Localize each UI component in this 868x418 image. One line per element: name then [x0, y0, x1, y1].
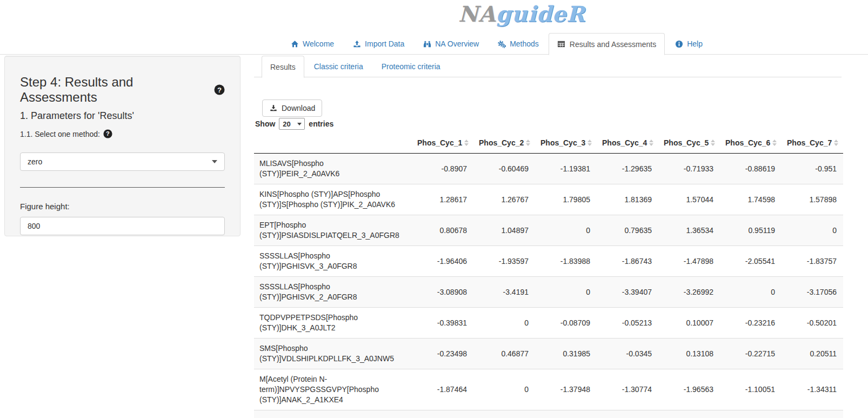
results-table-body: MLISAVS[Phospho (STY)]PEIR_2_A0AVK6-0.89… [254, 154, 843, 418]
row-value: -1.34311 [782, 369, 843, 410]
figure-height-input[interactable] [20, 217, 225, 235]
subtab-label: Results [270, 63, 296, 71]
column-header-phos-cyc-1[interactable]: Phos_Cyc_1 [412, 133, 473, 154]
main-nav-list: WelcomeImport DataNA OverviewMethodsResu… [282, 33, 712, 55]
column-header-phos-cyc-3[interactable]: Phos_Cyc_3 [535, 133, 597, 154]
step-title-text: Step 4: Results and Assessments [20, 75, 209, 105]
row-value: -0.08709 [535, 308, 597, 339]
column-header-phos-cyc-2[interactable]: Phos_Cyc_2 [473, 133, 535, 154]
row-value: -0.05213 [597, 308, 658, 339]
subtab-label: Proteomic criteria [382, 62, 440, 71]
row-value: 0.46877 [473, 339, 535, 369]
nav-tab-results-and-assessments[interactable]: Results and Assessments [549, 33, 665, 55]
column-header-phos-cyc-7[interactable]: Phos_Cyc_7 [782, 133, 843, 154]
subtab-label: Classic criteria [314, 62, 363, 71]
row-value: -3.26992 [658, 277, 720, 308]
method-select-value: zero [28, 157, 42, 166]
row-value: -1.87464 [412, 369, 473, 410]
row-value: 1.28617 [412, 184, 473, 215]
download-button[interactable]: Download [262, 99, 322, 117]
download-icon [269, 104, 278, 112]
subtab-proteomic-criteria[interactable]: Proteomic criteria [373, 56, 449, 77]
page-length-select[interactable]: 20 [279, 118, 305, 130]
results-table: Phos_Cyc_1Phos_Cyc_2Phos_Cyc_3Phos_Cyc_4… [254, 133, 843, 418]
row-value: 0 [473, 369, 535, 410]
parameters-heading: 1. Parameters for 'Results' [20, 110, 225, 122]
table-row: SMS[Phospho (STY)]VDLSHIPLKDPLLFK_3_A0JN… [254, 339, 843, 369]
row-value: 0 [782, 215, 843, 246]
column-header-label: Phos_Cyc_7 [787, 138, 832, 147]
results-subtabs: ResultsClassic criteriaProteomic criteri… [254, 56, 842, 77]
method-select[interactable]: zero [20, 152, 225, 171]
row-value: 0.10007 [658, 308, 720, 339]
row-value: -0.88619 [720, 154, 782, 184]
row-value: 1.26767 [473, 184, 535, 215]
row-value [535, 410, 597, 418]
row-value: -0.22715 [720, 339, 782, 369]
column-header-phos-cyc-4[interactable]: Phos_Cyc_4 [597, 133, 658, 154]
row-value: 0.20511 [782, 339, 843, 369]
results-table-header: Phos_Cyc_1Phos_Cyc_2Phos_Cyc_3Phos_Cyc_4… [254, 133, 843, 154]
row-value: -1.37948 [535, 369, 597, 410]
row-value: 1.57898 [782, 184, 843, 215]
nav-tab-label: Help [687, 39, 703, 48]
row-value: -2.05541 [720, 246, 782, 277]
divider [20, 187, 225, 188]
nav-tab-na-overview[interactable]: NA Overview [414, 33, 488, 55]
column-header-label: Phos_Cyc_6 [725, 138, 770, 147]
nav-tab-label: Import Data [365, 39, 404, 48]
nav-tab-import-data[interactable]: Import Data [344, 33, 413, 55]
table-row: MLISAVS[Phospho (STY)]PEIR_2_A0AVK6-0.89… [254, 154, 843, 184]
nav-tab-methods[interactable]: Methods [489, 33, 547, 55]
nav-tab-help[interactable]: Help [666, 33, 711, 55]
row-value: -1.29635 [597, 154, 658, 184]
nav-tab-welcome[interactable]: Welcome [282, 33, 343, 55]
subtab-classic-criteria[interactable]: Classic criteria [305, 56, 372, 77]
sidebar-panel: Step 4: Results and Assessments ? 1. Par… [4, 56, 241, 236]
nav-tab-label: NA Overview [435, 39, 479, 48]
row-value: -0.951 [782, 154, 843, 184]
row-value: 1.36534 [658, 215, 720, 246]
row-value: 1.04897 [473, 215, 535, 246]
nav-tab-label: Results and Assessments [570, 40, 656, 49]
page-length-value: 20 [283, 120, 290, 128]
row-value [658, 410, 720, 418]
sort-icon [711, 140, 715, 146]
question-circle-icon[interactable]: ? [214, 84, 225, 95]
question-circle-icon[interactable]: ? [103, 129, 112, 138]
nav-tab-label: Methods [510, 39, 539, 48]
sort-icon [587, 140, 592, 146]
table-icon [557, 40, 566, 49]
row-value: 1.74598 [720, 184, 782, 215]
binoculars-icon [423, 39, 431, 48]
table-row: KINS[Phospho (STY)]APS[Phospho (STY)]S[P… [254, 184, 843, 215]
subtab-results[interactable]: Results [262, 56, 304, 78]
row-value: 0.79635 [597, 215, 658, 246]
chevron-down-icon [297, 123, 302, 125]
row-value: 0 [473, 308, 535, 339]
row-name-column-header[interactable] [254, 133, 412, 154]
sort-icon [526, 140, 530, 146]
row-name: M[Acetyl (Protein N-term)]NPVYSPGSSGVPY[… [254, 369, 412, 410]
column-header-phos-cyc-5[interactable]: Phos_Cyc_5 [658, 133, 720, 154]
column-header-label: Phos_Cyc_5 [664, 138, 709, 147]
row-value [597, 410, 658, 418]
row-value: 1.81369 [597, 184, 658, 215]
row-value: -1.10051 [720, 369, 782, 410]
row-name: TQDPVPPETPSDS[Phospho (STY)]DHK_3_A0JLT2 [254, 308, 412, 339]
row-value: -3.39407 [597, 277, 658, 308]
row-value [412, 410, 473, 418]
column-header-phos-cyc-6[interactable]: Phos_Cyc_6 [720, 133, 782, 154]
nav-tab-label: Welcome [303, 39, 334, 48]
subtab-list: ResultsClassic criteriaProteomic criteri… [262, 56, 842, 77]
column-header-label: Phos_Cyc_4 [602, 138, 647, 147]
row-value: 1.57044 [658, 184, 720, 215]
show-label: Show [255, 120, 275, 128]
logo-part-guider: guideR [496, 1, 585, 26]
row-name: MLISAVS[Phospho (STY)]PEIR_2_A0AVK6 [254, 154, 412, 184]
method-label: 1.1. Select one method: ? [20, 129, 225, 138]
row-value: -1.19381 [535, 154, 597, 184]
row-value: -0.23498 [412, 339, 473, 369]
row-value: 0 [720, 277, 782, 308]
row-value [720, 410, 782, 418]
